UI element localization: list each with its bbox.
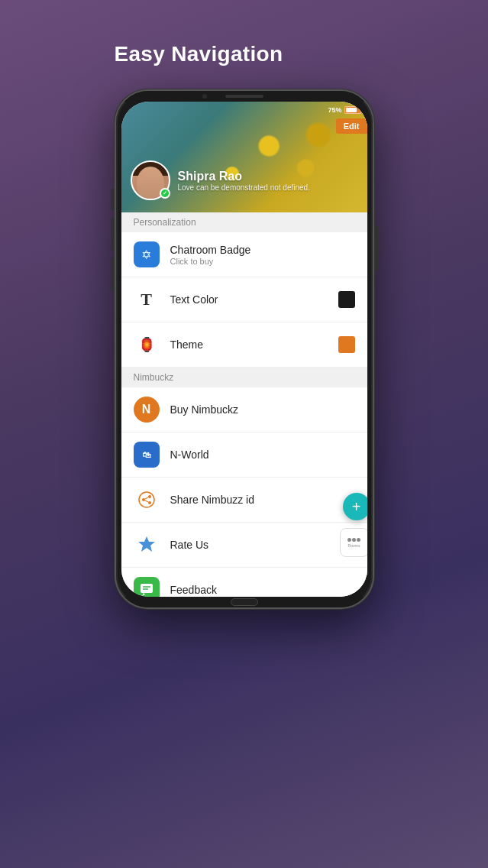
theme-icon: 🏮: [134, 332, 160, 358]
bubble-dot: [347, 538, 351, 542]
avatar-container: ✓: [131, 160, 170, 200]
share-icon: [134, 487, 160, 513]
rooms-label: Rooms: [348, 543, 360, 548]
menu-list: Personalization ✡ Chatroom Badge Click t…: [121, 212, 367, 597]
phone-frame-wrapper: 75% 3:22 PM 6:25 AM Yesterday Yesterday …: [115, 89, 374, 609]
n-orange-icon: N: [134, 397, 160, 423]
menu-item-share-nimbuzz[interactable]: Share Nimbuzz id: [121, 478, 367, 523]
svg-point-1: [142, 498, 145, 501]
chatroom-badge-icon-container: ✡: [134, 241, 160, 267]
chatroom-badge-title: Chatroom Badge: [170, 244, 355, 256]
star-icon: [134, 532, 160, 558]
n-world-title: N-World: [170, 449, 355, 461]
rate-us-content: Rate Us: [170, 539, 355, 551]
checkmark-icon: ✓: [163, 190, 167, 196]
power-button: [375, 225, 378, 271]
battery-percent: 75%: [328, 106, 341, 114]
svg-marker-10: [142, 593, 145, 596]
feedback-svg: [139, 582, 154, 597]
share-nimbuzz-icon-container: [134, 487, 160, 513]
feedback-icon: [134, 577, 160, 597]
theme-icon-container: 🏮: [134, 332, 160, 358]
volume-down-button: [111, 257, 114, 291]
menu-item-n-world[interactable]: 🛍 N-World: [121, 432, 367, 478]
n-world-content: N-World: [170, 449, 355, 461]
page-title: Easy Navigation: [115, 42, 374, 66]
text-color-content: Text Color: [170, 293, 338, 306]
bubble-dot: [357, 538, 360, 542]
rate-us-title: Rate Us: [170, 539, 355, 551]
rooms-bubble-icon: [347, 538, 360, 542]
phone-frame: 75% 3:22 PM 6:25 AM Yesterday Yesterday …: [115, 89, 374, 609]
bubble-dot: [352, 538, 356, 542]
buy-nimbuckz-content: Buy Nimbuckz: [170, 403, 355, 416]
text-color-icon-container: T: [134, 287, 160, 313]
text-color-icon: T: [134, 287, 160, 313]
front-camera: [202, 94, 207, 99]
edit-button[interactable]: Edit: [336, 118, 367, 134]
menu-item-buy-nimbuckz[interactable]: N Buy Nimbuckz: [121, 387, 367, 432]
text-color-accessory: [338, 291, 355, 308]
chatroom-badge-subtitle: Click to buy: [170, 257, 355, 266]
svg-line-5: [145, 500, 148, 502]
buy-nimbuckz-icon-container: N: [134, 397, 160, 423]
online-status-badge: ✓: [160, 188, 170, 199]
theme-content: Theme: [170, 338, 338, 351]
rooms-icon[interactable]: Rooms: [340, 528, 367, 557]
menu-item-feedback[interactable]: Feedback: [121, 568, 367, 597]
share-svg: [138, 491, 155, 508]
feedback-icon-container: [134, 577, 160, 597]
profile-status: Love can be demonstrated not defined.: [178, 183, 310, 192]
feedback-content: Feedback: [170, 584, 355, 596]
text-color-title: Text Color: [170, 293, 338, 306]
battery-fill: [346, 108, 357, 112]
svg-rect-7: [141, 584, 153, 593]
n-world-icon-container: 🛍: [134, 442, 160, 468]
menu-item-chatroom-badge[interactable]: ✡ Chatroom Badge Click to buy: [121, 232, 367, 277]
svg-point-2: [148, 495, 151, 498]
svg-point-3: [148, 501, 151, 504]
profile-content: ✓ Shipra Rao Love can be demonstrated no…: [131, 160, 310, 200]
buy-nimbuckz-title: Buy Nimbuckz: [170, 403, 355, 416]
home-button[interactable]: [231, 598, 258, 606]
battery-icon: [344, 106, 361, 114]
phone-screen: 75% 3:22 PM 6:25 AM Yesterday Yesterday …: [121, 102, 367, 597]
share-nimbuzz-content: Share Nimbuzz id: [170, 494, 355, 506]
rate-us-icon-container: [134, 532, 160, 558]
svg-line-4: [145, 497, 148, 499]
n-blue-icon: 🛍: [134, 442, 160, 468]
volume-up-button: [111, 218, 114, 251]
profile-name: Shipra Rao: [178, 170, 310, 183]
speaker: [225, 95, 263, 98]
phone-top-bar: [116, 91, 373, 102]
menu-item-text-color[interactable]: T Text Color: [121, 277, 367, 322]
section-header-personalization: Personalization: [121, 212, 367, 232]
section-header-nimbuckz: Nimbuckz: [121, 368, 367, 387]
svg-point-0: [139, 492, 154, 507]
status-bar-right: 75%: [328, 106, 360, 114]
svg-marker-6: [138, 536, 155, 552]
fab-button[interactable]: +: [343, 493, 367, 520]
share-nimbuzz-title: Share Nimbuzz id: [170, 494, 355, 506]
home-button-area: [116, 597, 373, 607]
theme-title: Theme: [170, 338, 338, 351]
theme-color-accessory: [338, 336, 355, 353]
status-bar: 75%: [121, 102, 367, 118]
menu-item-rate-us[interactable]: Rate Us: [121, 523, 367, 568]
chatroom-badge-content: Chatroom Badge Click to buy: [170, 244, 355, 266]
star-svg: [136, 534, 157, 555]
profile-info: Shipra Rao Love can be demonstrated not …: [178, 170, 310, 192]
badge-icon: ✡: [134, 241, 160, 267]
page-background: Easy Navigation 75%: [115, 0, 374, 609]
feedback-title: Feedback: [170, 584, 355, 596]
menu-item-theme[interactable]: 🏮 Theme: [121, 322, 367, 368]
mute-button: [111, 189, 114, 210]
